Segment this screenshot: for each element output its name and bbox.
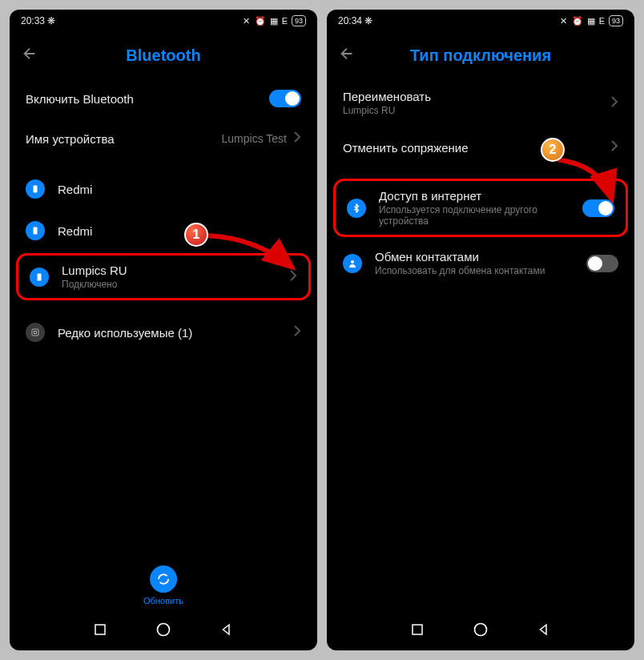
back-button[interactable] [219,622,234,640]
device-name-row[interactable]: Имя устройства Lumpics Test [10,119,317,159]
contacts-label: Обмен контактами [375,250,586,264]
svg-rect-5 [95,625,105,634]
svg-point-9 [475,624,487,636]
svg-point-6 [158,624,170,636]
step-2-badge: 2 [541,138,565,162]
contacts-row[interactable]: Обмен контактами Использовать для обмена… [327,239,634,288]
rename-label: Переименовать [343,90,610,103]
phone-icon [30,268,49,287]
status-time: 20:34 ❋ [338,15,372,26]
back-button[interactable] [537,622,551,640]
unpair-row[interactable]: Отменить сопряжение [327,127,634,167]
highlighted-internet: Доступ в интернет Используется подключен… [333,179,628,237]
step-1-badge: 1 [184,223,208,247]
chevron-right-icon [289,270,297,284]
highlighted-device: Lumpics RU Подключено [16,253,311,300]
chevron-right-icon [610,96,618,111]
bluetooth-icon [347,199,366,218]
connected-device-name: Lumpics RU [62,264,289,277]
svg-point-7 [351,260,354,264]
svg-rect-1 [34,227,38,235]
svg-rect-8 [413,625,422,634]
unpair-label: Отменить сопряжение [343,141,610,155]
status-time: 20:33 ❋ [21,15,55,26]
device-label: Redmi [58,224,301,238]
internet-access-row[interactable]: Доступ в интернет Используется подключен… [336,181,626,235]
rare-devices-row[interactable]: Редко используемые (1) [10,312,317,353]
svg-rect-0 [34,186,38,193]
rename-row[interactable]: Переименовать Lumpics RU [327,78,634,127]
status-indicators: ✕ ⏰ ▦ E 93 [560,15,623,26]
nav-bar [10,612,317,650]
page-title: Тип подключения [410,46,551,65]
toggle-label: Включить Bluetooth [26,92,269,106]
rare-icon [26,323,45,342]
refresh-label: Обновить [143,596,183,606]
device-name-value: Lumpics Test [222,132,287,145]
device-row[interactable]: Redmi [10,210,317,252]
bluetooth-toggle-row[interactable]: Включить Bluetooth [10,78,317,119]
home-button[interactable] [155,622,171,641]
recents-button[interactable] [93,622,107,640]
back-icon[interactable] [21,45,38,66]
refresh-control[interactable]: Обновить [143,565,183,606]
svg-rect-2 [38,273,42,280]
bluetooth-toggle[interactable] [269,90,301,107]
battery-icon: 93 [609,15,623,26]
status-indicators: ✕ ⏰ ▦ E 93 [243,15,306,26]
contacts-toggle[interactable] [586,255,618,272]
device-row[interactable]: Redmi [10,168,317,210]
chevron-right-icon [610,140,618,155]
right-screen: 20:34 ❋ ✕ ⏰ ▦ E 93 Тип подключения Переи… [327,10,634,650]
device-name-label: Имя устройства [26,132,222,146]
home-button[interactable] [473,622,489,641]
device-label: Redmi [58,183,301,196]
contact-icon [343,254,362,273]
content-area: Переименовать Lumpics RU Отменить сопряж… [327,78,634,612]
battery-icon: 93 [292,15,306,26]
status-bar: 20:33 ❋ ✕ ⏰ ▦ E 93 [10,10,317,32]
phone-icon [26,221,45,240]
svg-rect-3 [32,329,38,336]
internet-sub: Используется подключение другого устройс… [379,204,582,227]
phone-icon [26,179,45,199]
chevron-right-icon [293,131,301,146]
internet-toggle[interactable] [582,199,614,217]
status-bar: 20:34 ❋ ✕ ⏰ ▦ E 93 [327,10,634,32]
connected-device-status: Подключено [62,279,289,290]
header: Bluetooth [10,32,317,78]
nav-bar [327,612,634,650]
contacts-sub: Использовать для обмена контактами [375,265,586,276]
back-icon[interactable] [338,45,356,66]
internet-label: Доступ в интернет [379,189,582,203]
content-area: Включить Bluetooth Имя устройства Lumpic… [10,78,317,612]
connected-device-row[interactable]: Lumpics RU Подключено [18,256,308,298]
chevron-right-icon [293,325,301,340]
refresh-icon[interactable] [150,565,177,593]
recents-button[interactable] [410,622,425,640]
rare-label: Редко используемые (1) [58,326,293,340]
page-title: Bluetooth [126,46,200,65]
left-screen: 20:33 ❋ ✕ ⏰ ▦ E 93 Bluetooth Включить Bl… [10,10,317,650]
svg-rect-4 [34,332,37,334]
rename-sub: Lumpics RU [343,105,610,116]
header: Тип подключения [327,32,634,78]
